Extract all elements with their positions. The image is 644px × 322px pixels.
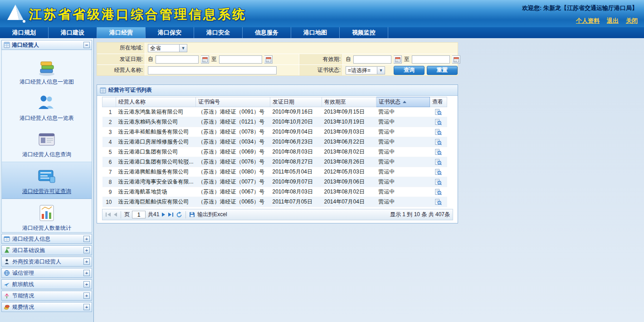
nav-tab-6[interactable]: 信息服务 <box>243 27 291 38</box>
nav-tab-8[interactable]: 视频监控 <box>340 27 388 38</box>
column-header-6[interactable]: 查看 <box>430 97 447 107</box>
collapse-minus-icon[interactable]: − <box>83 42 90 48</box>
valid-until-cell: 2013年08月26日 <box>322 157 376 167</box>
view-button[interactable] <box>430 117 447 127</box>
route-icon <box>4 281 10 287</box>
row-number-header <box>102 97 116 107</box>
view-button[interactable] <box>430 167 447 177</box>
next-page-button[interactable] <box>161 212 166 217</box>
table-row[interactable]: 5连云港港口集团有限公司（苏连）港经证（0069）号2010年08月03日201… <box>102 147 447 157</box>
pager-summary: 显示 1 到 10 条 共 407条 <box>390 211 450 218</box>
status-cell: 营运中 <box>376 187 430 197</box>
column-header-5[interactable]: 证书状态 <box>376 97 430 107</box>
first-page-button[interactable] <box>105 212 111 217</box>
sort-asc-icon <box>403 101 406 103</box>
refresh-button[interactable] <box>176 212 182 218</box>
nav-tab-2[interactable]: 港口建设 <box>49 27 97 38</box>
page-number-input[interactable] <box>132 211 146 218</box>
nav-tab-3[interactable]: 港口经营 <box>97 27 146 38</box>
sidebar-collapsed-panel-4[interactable]: 诚信管理+ <box>1 268 92 278</box>
expand-plus-icon[interactable]: + <box>83 281 90 287</box>
main-nav: 港口规划港口建设港口经营港口保安港口安全信息服务港口地图视频监控 <box>0 27 644 38</box>
calendar-icon[interactable] <box>394 55 402 64</box>
export-excel-button[interactable]: 输出到Excel <box>189 211 227 218</box>
sidebar-collapsed-panel-2[interactable]: 港口基础设施+ <box>1 245 92 255</box>
operator-name-cell: 连云港港口集团有限公司轮驳... <box>116 157 196 167</box>
view-button[interactable] <box>430 157 447 167</box>
sidebar-collapsed-panel-1[interactable]: 港口经营人信息+ <box>1 234 92 244</box>
expand-plus-icon[interactable]: + <box>83 270 90 276</box>
sidebar-collapsed-panel-3[interactable]: 外商投资港口经营人+ <box>1 257 92 267</box>
table-row[interactable]: 2连云港东粮码头有限公司（苏连）港经证（0121）号2010年10月20日201… <box>102 117 447 127</box>
view-button[interactable] <box>430 177 447 187</box>
view-button[interactable] <box>430 197 447 207</box>
view-button[interactable] <box>430 107 447 117</box>
calendar-icon[interactable] <box>201 55 209 64</box>
nav-tab-4[interactable]: 港口保安 <box>146 27 194 38</box>
certificate-list-panel: 经营许可证书列表 经营人名称证书编号发证日期有效期至证书状态查看 1连云港东鸿集… <box>97 84 458 223</box>
column-header-1[interactable]: 经营人名称 <box>116 97 196 107</box>
table-row[interactable]: 9连云港海航基地货场（苏连）港经证（0067）号2010年08月03日2013年… <box>102 187 447 197</box>
table-row[interactable]: 6连云港港口集团有限公司轮驳...（苏连）港经证（0076）号2010年08月2… <box>102 157 447 167</box>
region-select-value: 全省 <box>148 44 180 52</box>
table-row[interactable]: 10连云港海巨船舶供应有限公司（苏连）港经证（0065）号2011年07月05日… <box>102 197 447 207</box>
column-header-4[interactable]: 有效期至 <box>322 97 376 107</box>
calendar-icon[interactable] <box>452 55 460 64</box>
content-area: 港口经营人 − 港口经营人信息一览图港口经营人信息一览表港口经营人信息查询港口经… <box>0 38 644 322</box>
row-number: 9 <box>102 187 116 197</box>
issue-date-from-input[interactable] <box>156 55 199 64</box>
expand-plus-icon[interactable]: + <box>83 236 90 242</box>
expand-plus-icon[interactable]: + <box>83 258 90 265</box>
close-link[interactable]: 关闭 <box>626 17 638 25</box>
search-button[interactable]: 查询 <box>394 66 424 75</box>
sidebar-collapsed-panel-5[interactable]: 航班航线+ <box>1 279 92 289</box>
form-row-region: 所在地域: 全省 ▼ <box>97 43 458 54</box>
last-page-button[interactable] <box>168 212 174 217</box>
main-area: 所在地域: 全省 ▼ 发证日期: 自 <box>94 38 644 322</box>
expand-plus-icon[interactable]: + <box>83 304 90 310</box>
app-title: 江苏省省级港口综合管理信息系统 <box>29 6 247 23</box>
cert-no-cell: （苏连）港经证（0077）号 <box>196 177 270 187</box>
sidebar-collapsed-panel-7[interactable]: 规费情况+ <box>1 302 92 312</box>
status-cell: 营运中 <box>376 117 430 127</box>
sidebar-item-2[interactable]: 港口经营人信息一览表 <box>2 89 92 125</box>
sidebar-panel-header[interactable]: 港口经营人 − <box>1 40 92 50</box>
view-button[interactable] <box>430 187 447 197</box>
region-select[interactable]: 全省 ▼ <box>148 44 187 52</box>
chevron-down-icon: ▼ <box>180 44 187 52</box>
view-button[interactable] <box>430 127 447 137</box>
issue-date-to-input[interactable] <box>219 55 262 64</box>
table-row[interactable]: 8连云港港湾海事安全设备有限...（苏连）港经证（0077）号2010年09月0… <box>102 177 447 187</box>
column-header-2[interactable]: 证书编号 <box>196 97 270 107</box>
sidebar-item-4[interactable]: 港口经营许可证查询 <box>2 162 92 199</box>
logout-link[interactable]: 退出 <box>607 17 619 25</box>
view-button[interactable] <box>430 137 447 147</box>
operator-name-input[interactable] <box>148 66 277 74</box>
table-row[interactable]: 4连云港港口房屋维修服务公司（苏连）港经证（0034）号2010年06月23日2… <box>102 137 447 147</box>
expand-plus-icon[interactable]: + <box>83 247 90 253</box>
reset-button[interactable]: 重置 <box>427 66 458 75</box>
sidebar-item-1[interactable]: 港口经营人信息一览图 <box>2 53 92 89</box>
nav-tab-7[interactable]: 港口地图 <box>291 27 340 38</box>
nav-tab-1[interactable]: 港口规划 <box>0 27 49 38</box>
pager-separator <box>185 211 186 218</box>
nav-tab-5[interactable]: 港口安全 <box>194 27 243 38</box>
view-button[interactable] <box>430 147 447 157</box>
prev-page-button[interactable] <box>113 212 117 217</box>
expand-plus-icon[interactable]: + <box>83 292 90 299</box>
validity-to-input[interactable] <box>412 55 450 64</box>
sidebar-item-5[interactable]: 港口经营人数量统计 <box>2 199 92 233</box>
column-header-3[interactable]: 发证日期 <box>270 97 322 107</box>
sidebar-collapsed-panel-6[interactable]: 节能情况+ <box>1 291 92 301</box>
cert-status-select[interactable]: =请选择= ▼ <box>346 66 385 74</box>
app-logo-icon <box>4 3 26 25</box>
table-body: 1连云港东鸿集装箱有限公司（苏连）港经证（0091）号2010年09月16日20… <box>102 107 447 207</box>
sidebar-item-3[interactable]: 港口经营人信息查询 <box>2 125 92 162</box>
table-row[interactable]: 7连云港港腾船舶服务有限公司（苏连）港经证（0080）号2011年05月04日2… <box>102 167 447 177</box>
validity-from-input[interactable] <box>353 55 391 64</box>
issue-date-cell: 2011年07月05日 <box>270 197 322 207</box>
calendar-icon[interactable] <box>264 55 273 64</box>
table-row[interactable]: 1连云港东鸿集装箱有限公司（苏连）港经证（0091）号2010年09月16日20… <box>102 107 447 117</box>
profile-link[interactable]: 个人资料 <box>576 17 600 25</box>
table-row[interactable]: 3连云港丰裕船舶服务有限公司（苏连）港经证（0078）号2010年09月04日2… <box>102 127 447 137</box>
